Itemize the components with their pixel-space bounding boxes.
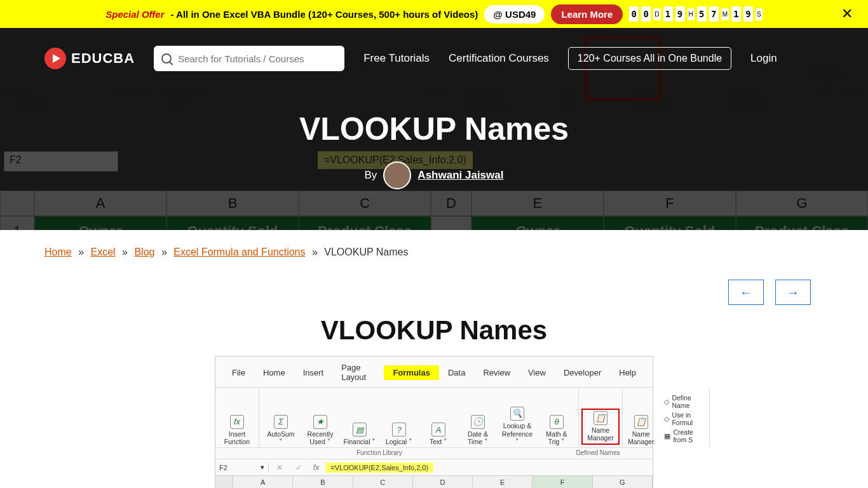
hero: Insert Function AutoSum ˅ Recently Used … <box>0 28 868 230</box>
search-icon <box>161 53 172 64</box>
crumb-blog[interactable]: Blog <box>134 247 154 257</box>
promo-price: @ USD49 <box>484 5 545 24</box>
learn-more-button[interactable]: Learn More <box>551 4 623 24</box>
xl-tab-help: Help <box>610 365 645 380</box>
search-box[interactable] <box>154 46 344 71</box>
xl-create-from: Create from S <box>673 428 700 444</box>
nav-free-tutorials[interactable]: Free Tutorials <box>363 52 430 65</box>
crumb-sep: » <box>78 247 84 257</box>
crumb-sep: » <box>312 247 318 257</box>
xl-recent: ★Recently Used ˅ <box>304 415 337 446</box>
xl-name-manager-2: 📋Name Manager <box>628 415 654 446</box>
avatar <box>383 161 411 189</box>
nav-login[interactable]: Login <box>750 52 777 65</box>
xl-name-manager: 📋Name Manager <box>584 411 617 442</box>
cd-digit: 0 <box>641 6 651 22</box>
promo-desc: - All in One Excel VBA Bundle (120+ Cour… <box>171 9 478 20</box>
xl-text: AText ˅ <box>422 423 455 446</box>
xl-ribbon: fxInsert Function ΣAutoSum ˅ ★Recently U… <box>215 387 653 448</box>
logo-icon <box>44 48 66 69</box>
nav-bundle-button[interactable]: 120+ Courses All in One Bundle <box>568 47 731 70</box>
promo-bar: Special Offer - All in One Excel VBA Bun… <box>0 0 868 28</box>
cd-digit: 1 <box>663 6 673 22</box>
xl-use-in-formula: Use in Formul <box>672 411 700 426</box>
xl-tab-formulas: Formulas <box>384 365 439 380</box>
brand-text: EDUCBA <box>71 50 135 67</box>
cd-unit-m: M <box>721 8 729 20</box>
crumb-formula[interactable]: Excel Formula and Functions <box>173 247 305 257</box>
xl-col: A <box>233 476 293 488</box>
xl-col: C <box>353 476 413 488</box>
search-input[interactable] <box>178 53 337 64</box>
xl-define-name: Define Name <box>672 394 700 409</box>
xl-tab-review: Review <box>474 365 519 380</box>
xl-lookup: 🔍Lookup & Reference ˅ <box>501 407 534 446</box>
xl-tab-layout: Page Layout <box>332 360 384 384</box>
xl-financial: ▤Financial ˅ <box>343 423 376 446</box>
xl-tab-home: Home <box>254 365 294 380</box>
cd-unit-d: D <box>653 8 660 20</box>
crumb-home[interactable]: Home <box>44 247 72 257</box>
xl-formula-bar: F2▾ ✕ ✓ fx =VLOOKUP(E2,Sales_Info,2,0) <box>215 459 653 476</box>
crumb-sep: » <box>161 247 167 257</box>
xl-side-defined: ◇Define Name ◇Use in Formul ▦Create from… <box>660 391 703 446</box>
prev-button[interactable]: ← <box>728 280 764 305</box>
xl-tab-data: Data <box>439 365 474 380</box>
breadcrumb: Home » Excel » Blog » Excel Formula and … <box>0 230 868 264</box>
by-label: By <box>365 169 377 182</box>
cd-unit-h: H <box>688 8 695 20</box>
xl-column-headers: A B C D E F G <box>215 476 653 488</box>
countdown: 0 0 D 1 9 H 5 7 M 1 9 S <box>629 6 762 22</box>
xl-fx-icon: fx <box>307 463 325 472</box>
xl-col: D <box>413 476 473 488</box>
excel-screenshot: File Home Insert Page Layout Formulas Da… <box>215 356 653 488</box>
xl-insert-fn: fxInsert Function <box>220 415 254 446</box>
cd-digit: 0 <box>629 6 639 22</box>
xl-col-selected: F <box>532 476 592 488</box>
xl-group-labels: Function Library Defined Names <box>215 448 653 459</box>
xl-tabs: File Home Insert Page Layout Formulas Da… <box>215 356 653 387</box>
article-heading: VLOOKUP Names <box>193 315 675 346</box>
xl-col: G <box>593 476 653 488</box>
author-link[interactable]: Ashwani Jaiswal <box>417 169 503 182</box>
cd-digit: 9 <box>675 6 685 22</box>
xl-tab-view: View <box>519 365 555 380</box>
cd-digit: 5 <box>697 6 707 22</box>
logo[interactable]: EDUCBA <box>44 48 135 69</box>
xl-col: E <box>473 476 532 488</box>
next-button[interactable]: → <box>775 280 811 305</box>
cd-digit: 9 <box>743 6 753 22</box>
page-title: VLOOKUP Names <box>0 111 868 147</box>
xl-autosum: ΣAutoSum ˅ <box>264 415 297 446</box>
xl-logical: ?Logical ˅ <box>383 423 416 446</box>
pager: ← → <box>0 264 868 311</box>
xl-tab-file: File <box>223 365 254 380</box>
xl-tab-dev: Developer <box>555 365 610 380</box>
top-nav: EDUCBA Free Tutorials Certification Cour… <box>0 46 868 71</box>
xl-tab-insert: Insert <box>294 365 333 380</box>
cd-digit: 7 <box>709 6 719 22</box>
xl-name-manager-highlight: 📋Name Manager <box>581 409 620 445</box>
xl-group-flib: Function Library <box>215 449 543 456</box>
xl-corner <box>215 476 233 488</box>
xl-date: 🕒Date & Time ˅ <box>461 415 494 446</box>
xl-group-dn: Defined Names <box>543 449 653 456</box>
article: VLOOKUP Names File Home Insert Page Layo… <box>193 311 675 488</box>
close-icon[interactable]: ✕ <box>841 6 853 22</box>
cd-digit: 1 <box>731 6 741 22</box>
crumb-sep: » <box>122 247 128 257</box>
byline: By Ashwani Jaiswal <box>0 161 868 189</box>
promo-special: Special Offer <box>105 9 164 20</box>
crumb-excel[interactable]: Excel <box>91 247 116 257</box>
xl-math: θMath & Trig ˅ <box>540 415 573 446</box>
xl-namebox: F2▾ <box>215 463 269 471</box>
xl-col: B <box>293 476 353 488</box>
xl-formula-text: =VLOOKUP(E2,Sales_Info,2,0) <box>325 463 433 473</box>
crumb-current: VLOOKUP Names <box>324 247 408 257</box>
cd-unit-s: S <box>756 8 763 20</box>
nav-certification[interactable]: Certification Courses <box>449 52 549 65</box>
